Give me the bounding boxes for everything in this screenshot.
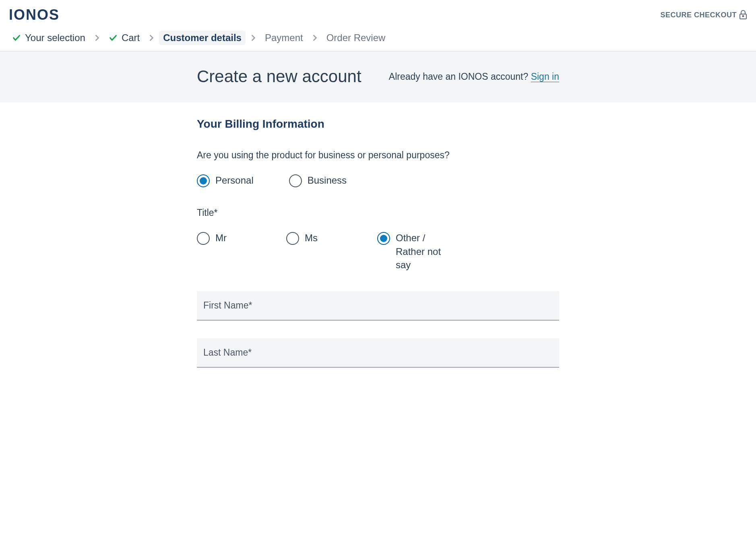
form-section: Your Billing Information Are you using t… xyxy=(0,102,756,406)
first-name-placeholder: First Name* xyxy=(203,300,252,311)
checkout-breadcrumb: Your selection Cart Customer details Pay… xyxy=(0,23,756,52)
secure-checkout-label: SECURE CHECKOUT xyxy=(660,11,737,19)
radio-indicator xyxy=(289,174,302,187)
usage-question-label: Are you using the product for business o… xyxy=(197,150,559,161)
radio-dot xyxy=(380,235,387,242)
chevron-right-icon xyxy=(312,34,318,41)
logo[interactable]: IONOS xyxy=(9,6,60,23)
radio-mr[interactable]: Mr xyxy=(197,231,227,272)
signin-link[interactable]: Sign in xyxy=(531,71,559,82)
radio-personal[interactable]: Personal xyxy=(197,174,254,187)
crumb-your-selection[interactable]: Your selection xyxy=(8,31,89,45)
crumb-label: Your selection xyxy=(25,32,85,43)
radio-business[interactable]: Business xyxy=(289,174,347,187)
radio-indicator xyxy=(197,232,210,245)
last-name-placeholder: Last Name* xyxy=(203,347,252,358)
radio-other[interactable]: Other / Rather not say xyxy=(377,231,454,272)
usage-radio-group: Personal Business xyxy=(197,174,559,187)
radio-ms[interactable]: Ms xyxy=(286,231,318,272)
page-header: IONOS SECURE CHECKOUT xyxy=(0,0,756,23)
radio-dot xyxy=(200,177,207,184)
radio-label: Other / Rather not say xyxy=(396,231,454,272)
radio-indicator xyxy=(286,232,299,245)
billing-section-title: Your Billing Information xyxy=(197,118,559,130)
secure-checkout-badge: SECURE CHECKOUT xyxy=(660,10,747,20)
radio-label: Mr xyxy=(215,231,227,245)
chevron-right-icon xyxy=(250,34,256,41)
radio-label: Business xyxy=(308,174,347,187)
check-icon xyxy=(109,33,118,42)
crumb-label: Payment xyxy=(265,32,303,43)
crumb-label: Cart xyxy=(122,32,140,43)
radio-indicator xyxy=(197,174,210,187)
crumb-label: Order Review xyxy=(326,32,386,43)
check-icon xyxy=(12,33,21,42)
crumb-cart[interactable]: Cart xyxy=(105,31,144,45)
crumb-customer-details[interactable]: Customer details xyxy=(159,31,246,45)
chevron-right-icon xyxy=(94,34,100,41)
radio-label: Personal xyxy=(215,174,254,187)
title-section: Create a new account Already have an ION… xyxy=(0,52,756,102)
radio-label: Ms xyxy=(305,231,318,245)
radio-indicator xyxy=(377,232,390,245)
signin-prompt-text: Already have an IONOS account? xyxy=(389,71,531,82)
chevron-right-icon xyxy=(149,34,154,41)
crumb-label: Customer details xyxy=(163,32,242,43)
svg-point-1 xyxy=(743,16,744,17)
title-radio-group: Mr Ms Other / Rather not say xyxy=(197,231,559,272)
last-name-field[interactable]: Last Name* xyxy=(197,338,559,368)
crumb-payment[interactable]: Payment xyxy=(261,31,307,45)
first-name-field[interactable]: First Name* xyxy=(197,291,559,321)
title-field-label: Title* xyxy=(197,207,559,218)
crumb-order-review[interactable]: Order Review xyxy=(322,31,390,45)
page-title: Create a new account xyxy=(197,67,361,86)
lock-icon xyxy=(739,10,747,20)
signin-prompt: Already have an IONOS account? Sign in xyxy=(389,71,559,82)
